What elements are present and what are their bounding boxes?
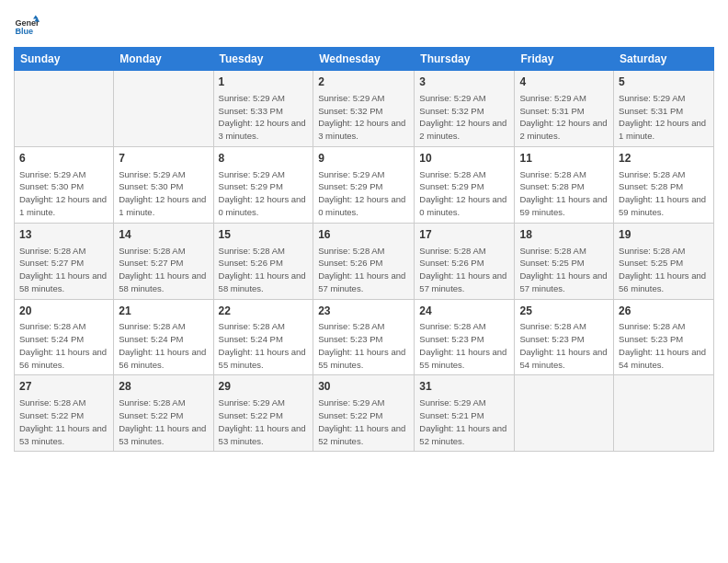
day-number: 29 (219, 379, 309, 395)
day-number: 6 (19, 151, 108, 167)
day-number: 11 (519, 151, 609, 167)
day-info: Sunrise: 5:28 AMSunset: 5:27 PMDaylight:… (119, 245, 208, 295)
day-info: Sunrise: 5:29 AMSunset: 5:22 PMDaylight:… (318, 396, 409, 447)
day-info: Sunrise: 5:29 AMSunset: 5:21 PMDaylight:… (419, 396, 509, 447)
calendar-cell: 31Sunrise: 5:29 AMSunset: 5:21 PMDayligh… (415, 375, 515, 452)
calendar-week-row: 27Sunrise: 5:28 AMSunset: 5:22 PMDayligh… (15, 375, 714, 452)
day-info: Sunrise: 5:29 AMSunset: 5:31 PMDaylight:… (519, 92, 609, 143)
day-info: Sunrise: 5:28 AMSunset: 5:27 PMDaylight:… (19, 245, 108, 295)
day-number: 21 (119, 304, 208, 319)
day-number: 2 (318, 75, 409, 90)
day-number: 27 (19, 379, 108, 395)
calendar-cell: 22Sunrise: 5:28 AMSunset: 5:24 PMDayligh… (213, 299, 313, 375)
day-number: 14 (119, 227, 208, 243)
calendar-week-row: 6Sunrise: 5:29 AMSunset: 5:30 PMDaylight… (15, 146, 714, 223)
day-info: Sunrise: 5:28 AMSunset: 5:22 PMDaylight:… (19, 396, 108, 447)
day-info: Sunrise: 5:28 AMSunset: 5:23 PMDaylight:… (619, 320, 709, 371)
day-info: Sunrise: 5:28 AMSunset: 5:28 PMDaylight:… (519, 168, 609, 219)
calendar-table: SundayMondayTuesdayWednesdayThursdayFrid… (14, 47, 714, 452)
day-number: 8 (219, 151, 309, 167)
day-number: 10 (419, 151, 509, 167)
calendar-cell: 24Sunrise: 5:28 AMSunset: 5:23 PMDayligh… (415, 299, 515, 375)
page-header: General Blue (14, 14, 714, 40)
calendar-day-header: Friday (515, 48, 614, 71)
calendar-cell: 18Sunrise: 5:28 AMSunset: 5:25 PMDayligh… (515, 223, 614, 299)
calendar-cell: 25Sunrise: 5:28 AMSunset: 5:23 PMDayligh… (515, 299, 614, 375)
day-info: Sunrise: 5:29 AMSunset: 5:29 PMDaylight:… (219, 168, 309, 219)
day-info: Sunrise: 5:29 AMSunset: 5:31 PMDaylight:… (619, 92, 709, 143)
day-number: 25 (519, 304, 609, 319)
calendar-cell: 12Sunrise: 5:28 AMSunset: 5:28 PMDayligh… (614, 146, 714, 223)
calendar-cell: 11Sunrise: 5:28 AMSunset: 5:28 PMDayligh… (515, 146, 614, 223)
calendar-cell: 3Sunrise: 5:29 AMSunset: 5:32 PMDaylight… (415, 71, 515, 147)
day-number: 24 (419, 304, 509, 319)
day-info: Sunrise: 5:28 AMSunset: 5:24 PMDaylight:… (219, 320, 309, 371)
day-info: Sunrise: 5:29 AMSunset: 5:29 PMDaylight:… (318, 168, 409, 219)
calendar-week-row: 20Sunrise: 5:28 AMSunset: 5:24 PMDayligh… (15, 299, 714, 375)
calendar-day-header: Sunday (15, 48, 114, 71)
day-info: Sunrise: 5:29 AMSunset: 5:22 PMDaylight:… (219, 396, 309, 447)
day-number: 7 (119, 151, 208, 167)
logo: General Blue (14, 14, 40, 40)
day-info: Sunrise: 5:29 AMSunset: 5:32 PMDaylight:… (318, 92, 409, 143)
svg-text:Blue: Blue (15, 27, 33, 36)
day-number: 13 (19, 227, 108, 243)
svg-marker-2 (33, 15, 39, 18)
calendar-day-header: Wednesday (313, 48, 415, 71)
calendar-cell: 16Sunrise: 5:28 AMSunset: 5:26 PMDayligh… (313, 223, 415, 299)
calendar-cell: 13Sunrise: 5:28 AMSunset: 5:27 PMDayligh… (15, 223, 114, 299)
calendar-cell: 6Sunrise: 5:29 AMSunset: 5:30 PMDaylight… (15, 146, 114, 223)
day-info: Sunrise: 5:28 AMSunset: 5:22 PMDaylight:… (119, 396, 208, 447)
day-number: 26 (619, 304, 709, 319)
day-info: Sunrise: 5:28 AMSunset: 5:29 PMDaylight:… (419, 168, 509, 219)
day-number: 22 (219, 304, 309, 319)
calendar-cell: 21Sunrise: 5:28 AMSunset: 5:24 PMDayligh… (114, 299, 213, 375)
day-info: Sunrise: 5:28 AMSunset: 5:24 PMDaylight:… (119, 320, 208, 371)
calendar-cell: 26Sunrise: 5:28 AMSunset: 5:23 PMDayligh… (614, 299, 714, 375)
calendar-day-header: Tuesday (213, 48, 313, 71)
day-info: Sunrise: 5:28 AMSunset: 5:23 PMDaylight:… (318, 320, 409, 371)
day-info: Sunrise: 5:28 AMSunset: 5:23 PMDaylight:… (419, 320, 509, 371)
day-info: Sunrise: 5:29 AMSunset: 5:30 PMDaylight:… (119, 168, 208, 219)
calendar-day-header: Saturday (614, 48, 714, 71)
calendar-cell: 7Sunrise: 5:29 AMSunset: 5:30 PMDaylight… (114, 146, 213, 223)
calendar-cell: 15Sunrise: 5:28 AMSunset: 5:26 PMDayligh… (213, 223, 313, 299)
day-info: Sunrise: 5:29 AMSunset: 5:30 PMDaylight:… (19, 168, 108, 219)
day-number: 3 (419, 75, 509, 90)
calendar-cell: 5Sunrise: 5:29 AMSunset: 5:31 PMDaylight… (614, 71, 714, 147)
calendar-cell: 1Sunrise: 5:29 AMSunset: 5:33 PMDaylight… (213, 71, 313, 147)
day-number: 20 (19, 304, 108, 319)
calendar-cell: 28Sunrise: 5:28 AMSunset: 5:22 PMDayligh… (114, 375, 213, 452)
day-info: Sunrise: 5:28 AMSunset: 5:26 PMDaylight:… (219, 245, 309, 295)
day-number: 19 (619, 227, 709, 243)
day-number: 12 (619, 151, 709, 167)
day-number: 17 (419, 227, 509, 243)
day-number: 23 (318, 304, 409, 319)
day-info: Sunrise: 5:29 AMSunset: 5:33 PMDaylight:… (219, 92, 309, 143)
calendar-cell: 9Sunrise: 5:29 AMSunset: 5:29 PMDaylight… (313, 146, 415, 223)
calendar-day-header: Thursday (415, 48, 515, 71)
calendar-day-header: Monday (114, 48, 213, 71)
calendar-cell (614, 375, 714, 452)
calendar-header-row: SundayMondayTuesdayWednesdayThursdayFrid… (15, 48, 714, 71)
calendar-cell: 14Sunrise: 5:28 AMSunset: 5:27 PMDayligh… (114, 223, 213, 299)
day-number: 30 (318, 379, 409, 395)
day-number: 31 (419, 379, 509, 395)
day-number: 1 (219, 75, 309, 90)
day-info: Sunrise: 5:28 AMSunset: 5:25 PMDaylight:… (619, 245, 709, 295)
calendar-week-row: 13Sunrise: 5:28 AMSunset: 5:27 PMDayligh… (15, 223, 714, 299)
calendar-cell: 20Sunrise: 5:28 AMSunset: 5:24 PMDayligh… (15, 299, 114, 375)
calendar-cell: 10Sunrise: 5:28 AMSunset: 5:29 PMDayligh… (415, 146, 515, 223)
day-number: 4 (519, 75, 609, 90)
calendar-cell: 4Sunrise: 5:29 AMSunset: 5:31 PMDaylight… (515, 71, 614, 147)
calendar-week-row: 1Sunrise: 5:29 AMSunset: 5:33 PMDaylight… (15, 71, 714, 147)
day-number: 9 (318, 151, 409, 167)
calendar-cell: 30Sunrise: 5:29 AMSunset: 5:22 PMDayligh… (313, 375, 415, 452)
calendar-cell: 17Sunrise: 5:28 AMSunset: 5:26 PMDayligh… (415, 223, 515, 299)
day-info: Sunrise: 5:28 AMSunset: 5:26 PMDaylight:… (318, 245, 409, 295)
day-number: 5 (619, 75, 709, 90)
day-info: Sunrise: 5:28 AMSunset: 5:28 PMDaylight:… (619, 168, 709, 219)
day-info: Sunrise: 5:28 AMSunset: 5:24 PMDaylight:… (19, 320, 108, 371)
calendar-cell: 27Sunrise: 5:28 AMSunset: 5:22 PMDayligh… (15, 375, 114, 452)
day-info: Sunrise: 5:29 AMSunset: 5:32 PMDaylight:… (419, 92, 509, 143)
